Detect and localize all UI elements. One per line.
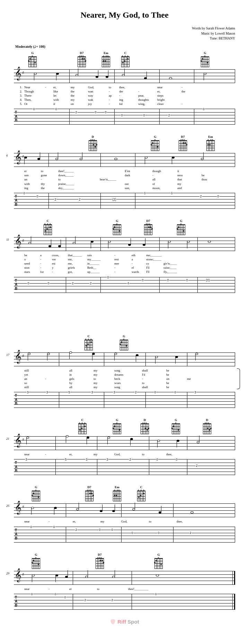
- lyric-syllable: [100, 182, 125, 186]
- note: [157, 440, 160, 442]
- chord-diagram-c: Cx o o: [121, 51, 130, 67]
- staff-wrap: 6𝄞♯: [14, 153, 235, 167]
- lyric-syllable: -: [181, 102, 202, 106]
- chord-row: G oD7xxo Emo ooCx o o: [23, 484, 235, 501]
- lyric-line: 4.Then,withmywak-ingthoughtsbright: [14, 98, 235, 102]
- lyric-syllable: un: [24, 177, 41, 181]
- tab-fret-number: 2: [195, 464, 198, 467]
- fretboard: [113, 491, 121, 501]
- chord-row: G oD7xxo Emo ooCx o oG o: [14, 50, 235, 67]
- note: [108, 241, 111, 243]
- lyric-syllable: -: [114, 266, 132, 270]
- tab-fret-number: 0: [170, 191, 173, 195]
- tab-fret-number: 0: [23, 191, 25, 195]
- lyric-syllable: -: [109, 98, 119, 102]
- verse-number: [14, 368, 24, 373]
- tablature: TAB000220: [14, 594, 235, 610]
- lyric-line: withthypraise,_____outofmy: [14, 182, 235, 186]
- lyric-syllable: y: [52, 266, 68, 270]
- chord-diagram-g: G o: [172, 418, 180, 434]
- lyric-syllable: [181, 98, 202, 102]
- lyric-syllable: dreams: [114, 373, 142, 377]
- lyric-syllable: E'en: [125, 169, 152, 173]
- note: [155, 356, 158, 358]
- lyric-syllable: beck: [114, 377, 142, 381]
- lyric-syllable: Then,: [24, 98, 45, 102]
- chord-name: D7: [146, 219, 150, 223]
- tab-fret-number: 0: [30, 525, 32, 529]
- lyric-syllable: it: [177, 169, 202, 173]
- tab-fret-number: 2: [89, 281, 92, 285]
- chord-name: D7: [181, 135, 185, 138]
- tab-fret-number: 0: [55, 107, 57, 111]
- lyric-syllable: sky,_______: [58, 186, 100, 190]
- fretboard: [172, 424, 180, 434]
- chord-name: G: [180, 219, 182, 223]
- fretboard: [144, 225, 152, 235]
- lyric-syllable: to: [94, 377, 114, 381]
- chord-diagram-em: Emo oo: [206, 135, 215, 151]
- chord-name: G: [35, 485, 37, 489]
- lyric-syllable: er,: [53, 85, 71, 89]
- measure-number: 29: [6, 572, 9, 575]
- lyric-syllable: [204, 519, 225, 524]
- chord-name: D7: [88, 485, 91, 489]
- verse-number: [14, 266, 24, 270]
- tab-fret-number: 0: [131, 531, 133, 535]
- treble-clef-icon: 𝄞: [15, 569, 21, 581]
- note: [136, 354, 139, 356]
- tab-fret-number: 4: [127, 281, 129, 285]
- lyrics-block: near-er,myGod,tothee,: [14, 519, 235, 524]
- chord-diagram-g: G o: [113, 219, 121, 235]
- tab-fret-number: 3: [113, 391, 115, 394]
- tab-fret-number: 3: [106, 458, 108, 461]
- tab-fret-number: 0: [47, 281, 50, 285]
- lyric-syllable: wing,: [138, 102, 157, 106]
- chord-name: D7: [98, 553, 102, 556]
- lyric-syllable: [204, 587, 218, 591]
- lyric-line: stillallmysongshallbe: [14, 368, 235, 373]
- chord-diagram-em: Emo oo: [113, 485, 121, 501]
- fretboard: [203, 424, 211, 434]
- chord-name: C: [140, 485, 143, 489]
- lyric-syllable: with: [53, 98, 71, 102]
- tab-fret-number: 0: [217, 195, 219, 198]
- lyric-syllable: song: [114, 385, 142, 389]
- lyric-syllable: I'll: [146, 270, 163, 274]
- lyric-syllable: my: [71, 98, 88, 102]
- lyric-syllable: me,: [68, 261, 87, 266]
- lyric-syllable: -: [48, 587, 69, 591]
- verse-bracket: [237, 368, 240, 389]
- lyric-syllable: -: [52, 270, 68, 274]
- tab-fret-number: 0: [143, 191, 146, 195]
- tab-fret-number: 3: [91, 391, 93, 394]
- lyric-syllable: yet: [24, 373, 45, 377]
- note: [156, 574, 159, 576]
- note: [169, 77, 172, 79]
- note: [34, 73, 37, 75]
- lyric-syllable: Though: [24, 89, 45, 93]
- tablature: TAB002204000(0): [14, 277, 235, 293]
- verse-number: [14, 519, 24, 524]
- tab-fret-number: 0: [156, 458, 158, 461]
- lyric-syllable: [45, 98, 53, 102]
- lyric-syllable: moon,: [152, 186, 177, 190]
- lyric-syllable: though: [152, 169, 177, 173]
- tab-label: TAB: [15, 528, 17, 540]
- riffspot-logo: RiffSpot: [110, 619, 139, 625]
- lyric-syllable: [190, 452, 211, 456]
- tab-fret-number: 3: [194, 391, 196, 394]
- lyric-syllable: shall: [142, 385, 166, 389]
- chord-diagram-g: G o: [28, 51, 37, 67]
- lyric-syllable: all: [69, 385, 94, 389]
- lyric-syllable: my: [100, 519, 121, 524]
- treble-clef-icon: 𝄞: [15, 435, 21, 446]
- lyric-syllable: my______: [87, 257, 114, 261]
- lyric-syllable: send: [24, 261, 40, 266]
- lyric-syllable: [187, 373, 208, 377]
- chord-name: G: [31, 51, 34, 55]
- lyric-syllable: on: [166, 377, 187, 381]
- lyric-syllable: me,: [68, 257, 87, 261]
- lyric-syllable: woes: [114, 381, 142, 385]
- tab-label: TAB: [15, 461, 17, 473]
